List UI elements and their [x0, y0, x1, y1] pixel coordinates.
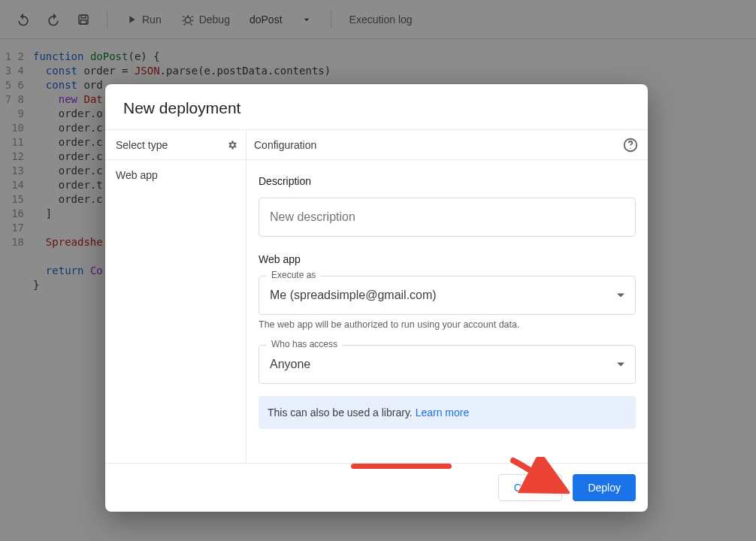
svg-point-5 [630, 147, 631, 148]
description-section-label: Description [259, 175, 636, 187]
select-type-label: Select type [116, 139, 168, 151]
dialog-footer: Cancel Deploy [105, 463, 648, 512]
gear-icon[interactable] [223, 138, 238, 153]
configuration-label: Configuration [254, 139, 316, 151]
cancel-button[interactable]: Cancel [498, 474, 563, 501]
who-has-access-label: Who has access [267, 339, 342, 349]
who-has-access-select[interactable]: Who has access Anyone [259, 345, 636, 384]
execute-as-select[interactable]: Execute as Me (spreadsimple@gmail.com) [259, 276, 636, 315]
help-icon[interactable] [622, 137, 639, 153]
execute-as-value: Me (spreadsimple@gmail.com) [270, 289, 437, 301]
new-deployment-dialog: New deployment Select type Web app Confi… [105, 84, 648, 512]
execute-as-label: Execute as [267, 270, 320, 280]
learn-more-link[interactable]: Learn more [416, 407, 470, 419]
chevron-down-icon [617, 363, 624, 367]
description-input[interactable] [270, 210, 624, 224]
dialog-title: New deployment [105, 84, 648, 130]
library-info: This can also be used a library. Learn m… [259, 396, 636, 429]
type-web-app[interactable]: Web app [105, 160, 246, 190]
execute-as-hint: The web app will be authorized to run us… [259, 319, 636, 330]
chevron-down-icon [617, 294, 624, 298]
webapp-section-label: Web app [259, 253, 636, 265]
who-has-access-value: Anyone [270, 358, 310, 370]
annotation-underline [351, 464, 452, 469]
deploy-button[interactable]: Deploy [573, 474, 636, 501]
description-field[interactable] [259, 198, 636, 237]
deployment-type-panel: Select type Web app [105, 130, 246, 463]
